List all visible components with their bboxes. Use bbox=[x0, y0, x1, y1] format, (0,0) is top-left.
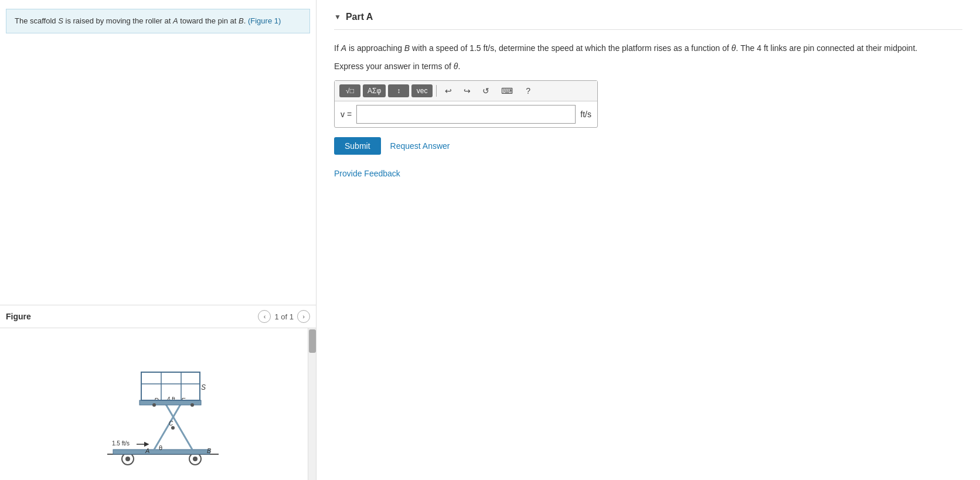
figure-prev-button[interactable]: ‹ bbox=[258, 310, 271, 323]
help-button[interactable]: ? bbox=[520, 84, 536, 98]
svg-point-24 bbox=[152, 403, 156, 407]
submit-button[interactable]: Submit bbox=[334, 137, 381, 155]
info-S: S bbox=[58, 16, 63, 25]
math-input-container: √□ ΑΣφ ↕ vec ↩ ↪ ↺ ⌨ ? v = ft/s bbox=[334, 80, 598, 128]
symbols-icon: ΑΣφ bbox=[368, 87, 381, 95]
math-toolbar: √□ ΑΣφ ↕ vec ↩ ↪ ↺ ⌨ ? bbox=[335, 81, 597, 101]
scroll-thumb bbox=[309, 329, 316, 353]
redo-button[interactable]: ↪ bbox=[459, 84, 475, 98]
svg-text:S: S bbox=[201, 383, 206, 392]
figure-image-area: A B 1.5 ft/s θ C D bbox=[0, 328, 308, 480]
info-box: The scaffold S is raised by moving the r… bbox=[6, 9, 310, 33]
svg-text:B: B bbox=[207, 447, 211, 454]
request-answer-link[interactable]: Request Answer bbox=[390, 141, 450, 151]
figure-header: Figure ‹ 1 of 1 › bbox=[0, 305, 316, 328]
sqrt-icon: √□ bbox=[346, 87, 354, 95]
figure-container: A B 1.5 ft/s θ C D bbox=[0, 328, 316, 480]
figure-scrollbar[interactable] bbox=[308, 328, 316, 480]
format-icon: ↕ bbox=[397, 87, 400, 95]
answer-input[interactable] bbox=[356, 105, 576, 124]
svg-line-12 bbox=[166, 404, 192, 450]
math-input-row: v = ft/s bbox=[335, 101, 597, 127]
input-unit: ft/s bbox=[580, 110, 591, 119]
provide-feedback-link[interactable]: Provide Feedback bbox=[334, 169, 400, 178]
reset-button[interactable]: ↺ bbox=[478, 84, 494, 98]
svg-line-11 bbox=[154, 404, 181, 450]
svg-point-4 bbox=[193, 457, 198, 461]
undo-button[interactable]: ↩ bbox=[440, 84, 457, 98]
part-header: ▼ Part A bbox=[334, 12, 962, 30]
svg-text:1.5 ft/s: 1.5 ft/s bbox=[112, 440, 130, 447]
part-title: Part A bbox=[346, 12, 373, 22]
format-button[interactable]: ↕ bbox=[388, 84, 409, 97]
info-B: B bbox=[239, 16, 244, 25]
info-text: The scaffold S is raised by moving the r… bbox=[15, 16, 281, 25]
vec-button[interactable]: vec bbox=[411, 84, 433, 97]
svg-point-2 bbox=[125, 457, 130, 461]
problem-text: If A is approaching B with a speed of 1.… bbox=[334, 42, 962, 55]
right-panel: ▼ Part A If A is approaching B with a sp… bbox=[317, 0, 980, 480]
scaffold-figure-svg: A B 1.5 ft/s θ C D bbox=[78, 337, 230, 472]
symbols-button[interactable]: ΑΣφ bbox=[363, 84, 386, 97]
figure-next-button[interactable]: › bbox=[297, 310, 310, 323]
sqrt-button[interactable]: √□ bbox=[339, 84, 360, 97]
action-row: Submit Request Answer bbox=[334, 137, 962, 155]
toolbar-separator bbox=[436, 85, 437, 97]
figure-title: Figure bbox=[6, 312, 31, 321]
vec-icon: vec bbox=[417, 87, 428, 95]
figure-pagination: 1 of 1 bbox=[274, 312, 294, 321]
info-A: A bbox=[173, 16, 178, 25]
express-text: Express your answer in terms of θ. bbox=[334, 62, 962, 71]
svg-text:A: A bbox=[145, 447, 149, 454]
figure-nav: ‹ 1 of 1 › bbox=[258, 310, 310, 323]
left-panel: The scaffold S is raised by moving the r… bbox=[0, 0, 317, 480]
svg-text:C: C bbox=[169, 420, 173, 427]
figure-section: Figure ‹ 1 of 1 › bbox=[0, 305, 316, 480]
collapse-arrow-icon[interactable]: ▼ bbox=[334, 13, 341, 21]
svg-point-25 bbox=[190, 403, 194, 407]
input-label: v = bbox=[341, 110, 352, 119]
keyboard-button[interactable]: ⌨ bbox=[496, 84, 518, 98]
figure-link[interactable]: (Figure 1) bbox=[248, 16, 281, 25]
svg-text:θ: θ bbox=[159, 444, 162, 451]
